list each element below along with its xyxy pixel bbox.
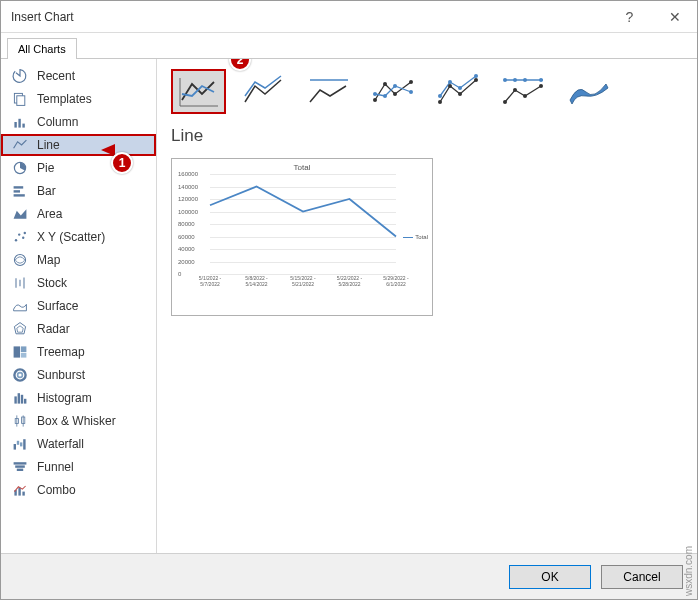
- svg-marker-9: [14, 209, 27, 219]
- sidebar-item-radar[interactable]: Radar: [1, 318, 156, 340]
- close-button[interactable]: ✕: [652, 1, 697, 33]
- sidebar-item-label: Stock: [37, 276, 67, 290]
- subtype-row: 2: [171, 69, 683, 114]
- svg-point-53: [409, 90, 413, 94]
- svg-point-60: [458, 86, 462, 90]
- tabstrip: All Charts: [1, 33, 697, 58]
- help-button[interactable]: ?: [607, 1, 652, 33]
- svg-point-68: [513, 88, 517, 92]
- svg-point-56: [458, 92, 462, 96]
- sidebar-item-bar[interactable]: Bar: [1, 180, 156, 202]
- sidebar-item-treemap[interactable]: Treemap: [1, 341, 156, 363]
- svg-rect-26: [18, 393, 20, 403]
- subtype-3d-line[interactable]: [561, 69, 616, 114]
- svg-point-52: [393, 84, 397, 88]
- preview-title: Total: [178, 163, 426, 172]
- svg-rect-20: [14, 346, 20, 357]
- sidebar-item-column[interactable]: Column: [1, 111, 156, 133]
- svg-point-13: [24, 232, 26, 234]
- sidebar-item-map[interactable]: Map: [1, 249, 156, 271]
- sidebar-item-label: Box & Whisker: [37, 414, 116, 428]
- svg-point-55: [448, 84, 452, 88]
- sidebar-item-recent[interactable]: Recent: [1, 65, 156, 87]
- svg-point-11: [18, 233, 20, 235]
- svg-rect-33: [14, 444, 16, 450]
- svg-marker-19: [17, 326, 23, 332]
- svg-point-49: [409, 80, 413, 84]
- sidebar-item-line[interactable]: Line1: [1, 134, 156, 156]
- svg-point-12: [22, 237, 24, 239]
- svg-point-61: [474, 74, 478, 78]
- tab-all-charts[interactable]: All Charts: [7, 38, 77, 59]
- dialog-footer: OK Cancel: [1, 553, 697, 599]
- sidebar-item-surface[interactable]: Surface: [1, 295, 156, 317]
- bar-icon: [11, 183, 29, 199]
- svg-point-59: [448, 80, 452, 84]
- sidebar-item-label: Templates: [37, 92, 92, 106]
- svg-rect-42: [22, 492, 24, 496]
- subtype-title: Line: [171, 126, 683, 146]
- svg-rect-39: [17, 469, 23, 471]
- svg-point-70: [539, 84, 543, 88]
- subtype-stacked-line[interactable]: [236, 69, 291, 114]
- ok-button[interactable]: OK: [509, 565, 591, 589]
- svg-rect-22: [21, 353, 27, 358]
- chart-preview[interactable]: Total Total 0200004000060000800001000001…: [171, 158, 433, 316]
- svg-point-58: [438, 94, 442, 98]
- dialog-window: Insert Chart ? ✕ All Charts RecentTempla…: [0, 0, 698, 600]
- svg-rect-28: [24, 399, 26, 404]
- sidebar-item-templates[interactable]: Templates: [1, 88, 156, 110]
- svg-point-23: [14, 369, 25, 380]
- subtype-line[interactable]: [171, 69, 226, 114]
- cancel-button[interactable]: Cancel: [601, 565, 683, 589]
- boxwhisker-icon: [11, 413, 29, 429]
- sidebar-item-pie[interactable]: Pie: [1, 157, 156, 179]
- svg-point-63: [503, 78, 507, 82]
- sunburst-icon: [11, 367, 29, 383]
- radar-icon: [11, 321, 29, 337]
- sidebar-item-funnel[interactable]: Funnel: [1, 456, 156, 478]
- preview-plot-area: Total 0200004000060000800001000001200001…: [178, 174, 426, 294]
- subtype-100-stacked-line-markers[interactable]: [496, 69, 551, 114]
- chart-type-sidebar: RecentTemplatesColumnLine1PieBarAreaX Y …: [1, 59, 157, 553]
- svg-rect-38: [15, 465, 25, 467]
- area-icon: [11, 206, 29, 222]
- svg-rect-7: [14, 190, 20, 192]
- sidebar-item-label: Sunburst: [37, 368, 85, 382]
- sidebar-item-sunburst[interactable]: Sunburst: [1, 364, 156, 386]
- sidebar-item-box-whisker[interactable]: Box & Whisker: [1, 410, 156, 432]
- main-panel: 2 Line Total Total 020000400006000080000…: [157, 59, 697, 553]
- svg-point-14: [14, 254, 25, 265]
- subtype-line-markers[interactable]: [366, 69, 421, 114]
- svg-point-69: [523, 94, 527, 98]
- sidebar-item-histogram[interactable]: Histogram: [1, 387, 156, 409]
- svg-rect-37: [14, 462, 27, 464]
- svg-rect-6: [14, 186, 24, 188]
- svg-rect-2: [14, 122, 16, 128]
- svg-point-10: [15, 239, 17, 241]
- window-title: Insert Chart: [11, 10, 74, 24]
- sidebar-item-label: Pie: [37, 161, 54, 175]
- subtype-stacked-line-markers[interactable]: [431, 69, 486, 114]
- histogram-icon: [11, 390, 29, 406]
- waterfall-icon: [11, 436, 29, 452]
- svg-point-64: [513, 78, 517, 82]
- sidebar-item-label: X Y (Scatter): [37, 230, 105, 244]
- treemap-icon: [11, 344, 29, 360]
- sidebar-item-waterfall[interactable]: Waterfall: [1, 433, 156, 455]
- svg-point-48: [393, 92, 397, 96]
- sidebar-item-combo[interactable]: Combo: [1, 479, 156, 501]
- sidebar-item-x-y-scatter-[interactable]: X Y (Scatter): [1, 226, 156, 248]
- svg-rect-34: [17, 441, 19, 445]
- sidebar-item-label: Map: [37, 253, 60, 267]
- svg-rect-21: [21, 346, 27, 352]
- titlebar: Insert Chart ? ✕: [1, 1, 697, 33]
- sidebar-item-area[interactable]: Area: [1, 203, 156, 225]
- sidebar-item-stock[interactable]: Stock: [1, 272, 156, 294]
- sidebar-item-label: Funnel: [37, 460, 74, 474]
- svg-point-47: [383, 82, 387, 86]
- stock-icon: [11, 275, 29, 291]
- svg-rect-25: [14, 396, 16, 403]
- combo-icon: [11, 482, 29, 498]
- subtype-100-stacked-line[interactable]: [301, 69, 356, 114]
